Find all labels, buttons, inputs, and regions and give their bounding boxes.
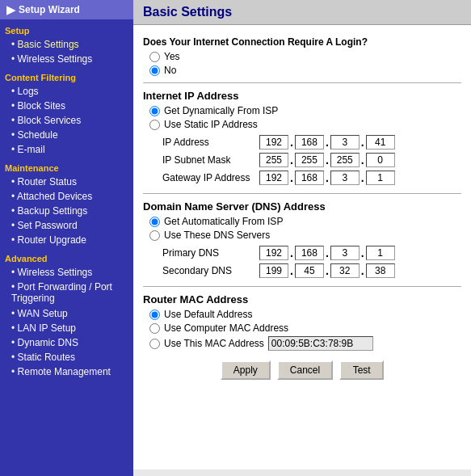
test-button[interactable]: Test [339, 360, 384, 380]
subnet-sep-3: . [361, 154, 364, 166]
sidebar-item-remote-management[interactable]: Remote Management [0, 364, 133, 379]
pdns-sep-2: . [326, 246, 329, 259]
secondary-dns-octet-4[interactable] [366, 263, 395, 278]
setup-wizard-button[interactable]: ▶ Setup Wizard [0, 0, 133, 19]
sidebar-item-static-routes[interactable]: Static Routes [0, 350, 133, 364]
secondary-dns-octet-1[interactable] [259, 263, 288, 278]
sidebar-item-attached-devices[interactable]: Attached Devices [0, 189, 133, 204]
subnet-mask-row: IP Subnet Mask . . . [159, 151, 471, 169]
mac-this-row: Use This MAC Address [149, 336, 461, 351]
primary-dns-octet-1[interactable] [259, 246, 288, 260]
sidebar-item-schedule[interactable]: Schedule [0, 128, 133, 142]
mac-computer-radio[interactable] [149, 323, 160, 334]
sidebar-item-email[interactable]: E-mail [0, 142, 133, 157]
dns-auto-radio[interactable] [149, 217, 160, 227]
sidebar-item-backup-settings[interactable]: Backup Settings [0, 204, 133, 218]
mac-this-label: Use This MAC Address [164, 338, 264, 349]
dns-manual-row: Use These DNS Servers [149, 230, 461, 241]
dynamic-isp-radio[interactable] [149, 106, 160, 116]
internet-ip-section-title: Internet IP Address [143, 90, 461, 102]
wizard-icon: ▶ [6, 3, 15, 16]
primary-dns-fields: . . . [256, 244, 471, 262]
sidebar-item-basic-settings[interactable]: Basic Settings [0, 37, 133, 52]
secondary-dns-octet-3[interactable] [330, 263, 360, 278]
static-ip-row: Use Static IP Address [149, 119, 461, 130]
sidebar-item-set-password[interactable]: Set Password [0, 218, 133, 233]
ip-sep-2: . [326, 136, 329, 149]
ip-octet-4[interactable] [366, 135, 395, 150]
sidebar-item-router-status[interactable]: Router Status [0, 175, 133, 189]
sidebar-item-router-upgrade[interactable]: Router Upgrade [0, 233, 133, 247]
gateway-row: Gateway IP Address . . . [159, 169, 471, 187]
sidebar-section-content-filtering: Content Filtering Logs Block Sites Block… [0, 66, 133, 157]
ip-octet-1[interactable] [259, 135, 288, 150]
sidebar-item-port-forwarding[interactable]: Port Forwarding / Port Triggering [0, 280, 133, 306]
section-advanced-label: Advanced [0, 251, 133, 265]
subnet-sep-2: . [326, 154, 329, 166]
pdns-sep-1: . [290, 246, 293, 259]
wizard-label: Setup Wizard [19, 4, 80, 15]
ip-sep-1: . [290, 136, 293, 149]
static-ip-label: Use Static IP Address [164, 119, 258, 130]
primary-dns-octet-2[interactable] [295, 246, 324, 260]
sidebar-item-block-sites[interactable]: Block Sites [0, 99, 133, 113]
mac-this-radio[interactable] [149, 339, 160, 349]
sidebar-item-logs[interactable]: Logs [0, 84, 133, 99]
dns-manual-radio[interactable] [149, 230, 160, 241]
gateway-octet-3[interactable] [330, 171, 360, 185]
dns-manual-label: Use These DNS Servers [164, 230, 270, 241]
cancel-button[interactable]: Cancel [277, 360, 333, 380]
main-content: Basic Settings Does Your Internet Connec… [133, 0, 471, 476]
mac-address-input[interactable] [268, 336, 373, 351]
gateway-octet-1[interactable] [259, 171, 288, 185]
subnet-sep-1: . [290, 154, 293, 166]
dns-auto-row: Get Automatically From ISP [149, 216, 461, 227]
gateway-octet-2[interactable] [295, 171, 324, 185]
dns-auto-label: Get Automatically From ISP [164, 216, 283, 227]
section-content-filtering-label: Content Filtering [0, 70, 133, 84]
sidebar-item-dynamic-dns[interactable]: Dynamic DNS [0, 335, 133, 350]
sidebar-item-adv-wireless-settings[interactable]: Wireless Settings [0, 265, 133, 280]
ip-address-label: IP Address [159, 133, 256, 151]
sidebar-item-wan-setup[interactable]: WAN Setup [0, 306, 133, 321]
sidebar-section-advanced: Advanced Wireless Settings Port Forwardi… [0, 247, 133, 379]
primary-dns-octet-3[interactable] [330, 246, 360, 260]
login-no-row: No [149, 65, 461, 76]
content-area: Does Your Internet Connection Require A … [133, 25, 471, 470]
sidebar-item-block-services[interactable]: Block Services [0, 113, 133, 128]
sidebar: ▶ Setup Wizard Setup Basic Settings Wire… [0, 0, 133, 476]
subnet-mask-label: IP Subnet Mask [159, 151, 256, 169]
login-no-radio[interactable] [149, 65, 160, 76]
subnet-octet-1[interactable] [259, 153, 288, 167]
dns-section-title: Domain Name Server (DNS) Address [143, 200, 461, 213]
subnet-octet-2[interactable] [295, 153, 324, 167]
primary-dns-octet-4[interactable] [366, 246, 395, 260]
ip-form-table: IP Address . . . IP Subnet Mask [159, 133, 471, 187]
ip-sep-3: . [361, 136, 364, 149]
subnet-mask-fields: . . . [256, 151, 471, 169]
ip-octet-2[interactable] [295, 135, 324, 150]
sidebar-item-lan-ip-setup[interactable]: LAN IP Setup [0, 321, 133, 335]
internet-ip-radio-group: Get Dynamically From ISP Use Static IP A… [149, 105, 461, 130]
gateway-octet-4[interactable] [366, 171, 395, 185]
ip-octet-3[interactable] [330, 135, 360, 150]
mac-default-radio[interactable] [149, 310, 160, 320]
mac-section-title: Router MAC Address [143, 293, 461, 305]
static-ip-radio[interactable] [149, 120, 160, 130]
sidebar-item-wireless-settings[interactable]: Wireless Settings [0, 52, 133, 66]
subnet-octet-3[interactable] [330, 153, 360, 167]
mac-default-label: Use Default Address [164, 309, 252, 320]
dns-form-table: Primary DNS . . . Secondary DNS [159, 244, 471, 280]
dynamic-isp-label: Get Dynamically From ISP [164, 105, 278, 116]
sidebar-section-setup: Setup Basic Settings Wireless Settings [0, 19, 133, 66]
divider-2 [143, 193, 461, 194]
login-yes-radio[interactable] [149, 52, 160, 62]
sdns-sep-3: . [361, 264, 364, 277]
mac-computer-row: Use Computer MAC Address [149, 322, 461, 334]
login-yes-label: Yes [164, 51, 180, 62]
apply-button[interactable]: Apply [221, 360, 271, 380]
gateway-sep-2: . [326, 171, 329, 184]
secondary-dns-octet-2[interactable] [295, 263, 324, 278]
subnet-octet-4[interactable] [366, 153, 395, 167]
primary-dns-row: Primary DNS . . . [159, 244, 471, 262]
